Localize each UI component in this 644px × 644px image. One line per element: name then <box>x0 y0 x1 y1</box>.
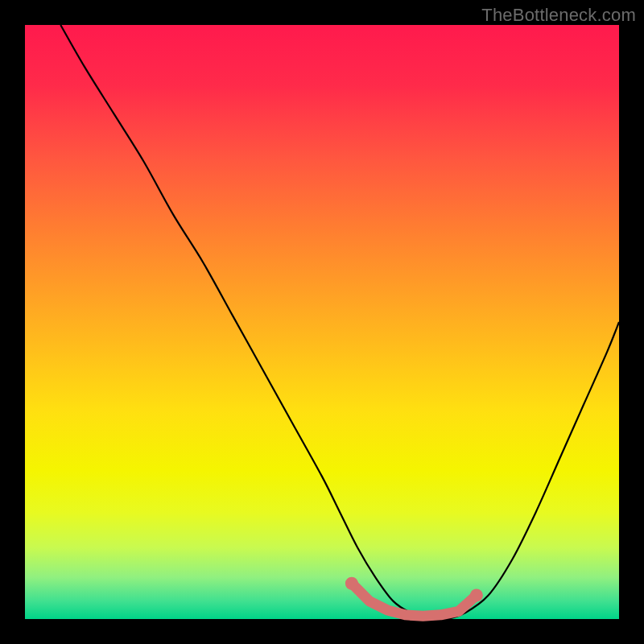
flat-region-markers <box>345 577 483 617</box>
bottleneck-curve-path <box>60 25 619 620</box>
chart-frame: TheBottleneck.com <box>0 0 644 644</box>
chart-svg <box>0 0 644 644</box>
flat-region-end-dot <box>470 588 483 601</box>
flat-region-highlight <box>352 584 477 617</box>
flat-region-start-dot <box>345 577 358 590</box>
curve-layer <box>60 25 619 620</box>
watermark-text: TheBottleneck.com <box>481 5 636 26</box>
